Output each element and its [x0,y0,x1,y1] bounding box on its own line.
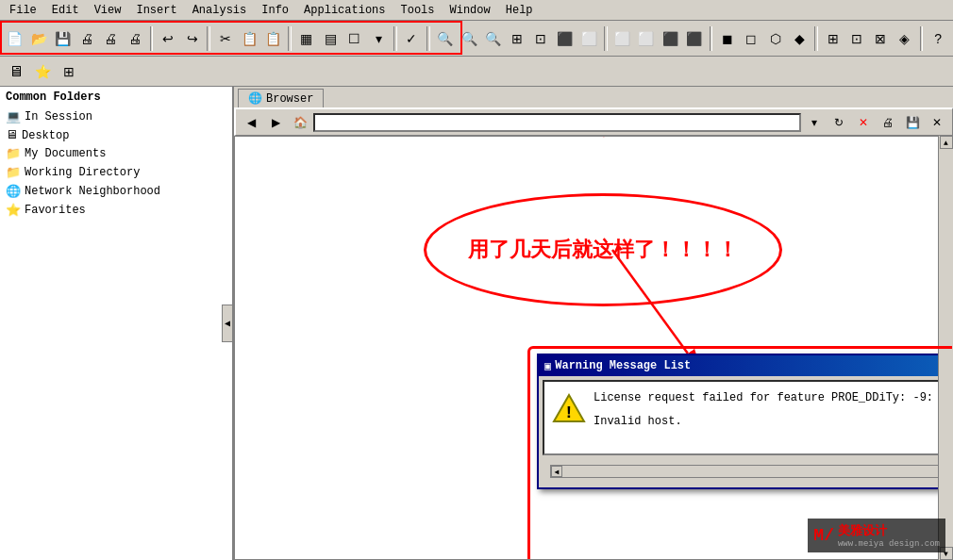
tb28[interactable]: ? [927,26,948,51]
tb2-1[interactable]: 🖥 [4,59,28,84]
tb2-2[interactable]: ⭐ [30,59,55,84]
folder-icon: 📁 [6,165,21,180]
menu-edit[interactable]: Edit [44,2,87,19]
menu-help[interactable]: Help [498,2,541,19]
sidebar-item-favorites[interactable]: ⭐ Favorites [0,201,232,220]
cut-btn[interactable]: ✂ [214,26,236,51]
back-btn[interactable]: ◀ [240,111,262,134]
warning-triangle-icon: ! [552,393,586,446]
tb21[interactable]: ◻ [741,26,762,51]
sidebar-item-in-session[interactable]: 💻 In Session [0,107,232,126]
menu-tools[interactable]: Tools [393,2,443,19]
warning-line2: Invalid host. [594,413,953,431]
undo-btn[interactable]: ↩ [157,26,178,51]
save-btn[interactable]: 💾 [52,26,74,51]
forward-btn[interactable]: ▶ [264,111,287,134]
sidebar-item-desktop[interactable]: 🖥 Desktop [0,126,232,144]
tb16[interactable]: ⬜ [611,26,633,51]
browser-close-btn[interactable]: ✕ [926,111,948,134]
browser-save-btn[interactable]: 💾 [901,111,924,134]
redo-btn[interactable]: ↪ [181,26,203,51]
main-toolbar: 📄 📂 💾 🖨 🖨 🖨 ↩ ↪ ✂ 📋 📋 ▦ ▤ ☐ ▾ ✓ 🔍 🔍 🔍 ⊞ … [0,21,953,57]
right-scrollbar[interactable]: ▲ ▼ [938,136,953,560]
tb18[interactable]: ⬛ [660,26,681,51]
home-btn[interactable]: 🏠 [289,111,311,134]
copy-btn[interactable]: 📋 [239,26,260,51]
menu-analysis[interactable]: Analysis [185,2,255,19]
annotation-text: 用了几天后就这样了！！！！ [468,236,738,264]
sidebar-item-working-directory[interactable]: 📁 Working Directory [0,163,232,182]
main-layout: Common Folders 💻 In Session 🖥 Desktop 📁 … [0,87,953,560]
tb19[interactable]: ⬛ [683,26,705,51]
tb25[interactable]: ⊡ [845,26,867,51]
tb8[interactable]: ▾ [367,26,389,51]
tb12[interactable]: ⊞ [506,26,527,51]
sep9 [920,26,924,51]
address-bar[interactable] [313,113,801,132]
sidebar-item-network[interactable]: 🌐 Network Neighborhood [0,182,232,201]
print2-btn[interactable]: 🖨 [100,26,122,51]
tb5[interactable]: ▦ [295,26,317,51]
sidebar-item-my-documents[interactable]: 📁 My Documents [0,144,232,163]
sidebar-item-label: Favorites [25,204,86,217]
tb11[interactable]: 🔍 [482,26,504,51]
watermark-logo: M/ [813,526,834,545]
browser-print-btn[interactable]: 🖨 [877,111,899,134]
right-scroll-up[interactable]: ▲ [940,136,953,149]
sidebar-collapse-handle[interactable]: ◀ [222,305,233,342]
check-btn[interactable]: ✓ [401,26,423,51]
tb20[interactable]: ◼ [716,26,738,51]
tb23[interactable]: ◆ [789,26,811,51]
documents-icon: 📁 [6,146,21,161]
sidebar-item-label: Working Directory [25,166,140,179]
tb14[interactable]: ⬛ [554,26,576,51]
tb26[interactable]: ⊠ [870,26,892,51]
browser-content: 用了几天后就这样了！！！！ [234,136,953,560]
hscroll-left-btn[interactable]: ◀ [551,466,562,477]
menu-window[interactable]: Window [443,2,498,19]
tb9[interactable]: 🔍 [434,26,456,51]
watermark: M/ 美雅设计 www.meiya design.com [808,519,945,552]
menu-insert[interactable]: Insert [128,2,184,19]
content-area: 🌐 Browser ◀ ▶ 🏠 ▾ ↻ ✕ 🖨 💾 ✕ 用了几天后就这样了！！！… [234,87,953,560]
sidebar-item-label: My Documents [25,147,106,160]
tb24[interactable]: ⊞ [822,26,844,51]
sidebar-item-label: Network Neighborhood [25,185,160,198]
svg-line-1 [603,136,622,137]
tb6[interactable]: ▤ [320,26,342,51]
dialog-title-label: Warning Message List [555,359,691,372]
tb17[interactable]: ⬜ [635,26,657,51]
new-btn[interactable]: 📄 [4,26,25,51]
menu-view[interactable]: View [87,2,129,19]
svg-text:!: ! [564,404,575,422]
browser-tab-label: Browser [266,92,313,106]
open-btn[interactable]: 📂 [27,26,49,51]
desktop-icon: 🖥 [6,128,18,142]
menu-info[interactable]: Info [254,2,296,19]
menu-applications[interactable]: Applications [296,2,393,19]
paste-btn[interactable]: 📋 [262,26,284,51]
tb27[interactable]: ◈ [894,26,915,51]
tb13[interactable]: ⊡ [530,26,552,51]
warning-dialog: ▣ Warning Message List ✕ ! [537,354,953,489]
browser-toolbar: ◀ ▶ 🏠 ▾ ↻ ✕ 🖨 💾 ✕ [234,107,953,136]
dropdown-btn[interactable]: ▾ [803,111,826,134]
browser-refresh-btn[interactable]: ↻ [828,111,850,134]
tb7[interactable]: ☐ [343,26,365,51]
tb2-3[interactable]: ⊞ [57,59,81,84]
warning-message: License request failed for feature PROE_… [594,389,953,446]
menu-file[interactable]: File [2,2,44,19]
browser-tab[interactable]: 🌐 Browser [238,89,324,107]
browser-stop-btn[interactable]: ✕ [852,111,875,134]
sep1 [150,26,154,51]
print3-btn[interactable]: 🖨 [124,26,145,51]
print-btn[interactable]: 🖨 [75,26,97,51]
sep7 [710,26,713,51]
warning-hscrollbar[interactable]: ◀ ▶ [550,465,953,478]
sep8 [814,26,818,51]
warning-footer: ◀ ▶ OK [539,459,953,487]
tb15[interactable]: ⬜ [578,26,600,51]
tb10[interactable]: 🔍 [458,26,479,51]
sidebar-item-label: Desktop [22,129,69,142]
tb22[interactable]: ⬡ [764,26,786,51]
